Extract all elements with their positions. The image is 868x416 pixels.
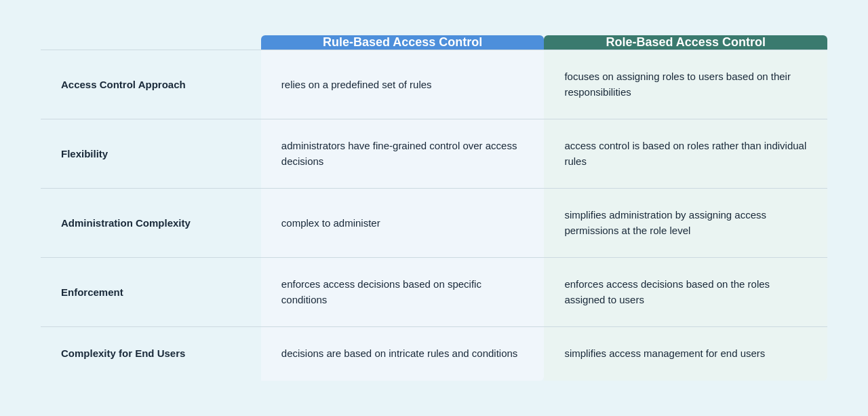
role-cell: access control is based on roles rather … <box>544 119 827 188</box>
row-label: Access Control Approach <box>41 50 261 119</box>
table-row: Complexity for End Usersdecisions are ba… <box>41 326 827 381</box>
rule-cell: relies on a predefined set of rules <box>261 50 545 119</box>
row-label: Administration Complexity <box>41 188 261 257</box>
rule-cell: complex to administer <box>261 188 545 257</box>
row-label: Complexity for End Users <box>41 326 261 381</box>
comparison-table: Rule-Based Access Control Role-Based Acc… <box>41 35 827 381</box>
table-row: Flexibilityadministrators have fine-grai… <box>41 119 827 188</box>
table-row: Enforcementenforces access decisions bas… <box>41 257 827 326</box>
role-based-header-label: Role-Based Access Control <box>606 35 765 49</box>
row-label: Flexibility <box>41 119 261 188</box>
role-cell: simplifies administration by assigning a… <box>544 188 827 257</box>
table-row: Access Control Approachrelies on a prede… <box>41 50 827 119</box>
table-body: Access Control Approachrelies on a prede… <box>41 50 827 381</box>
role-cell: simplifies access management for end use… <box>544 326 827 381</box>
rule-cell: decisions are based on intricate rules a… <box>261 326 545 381</box>
row-label: Enforcement <box>41 257 261 326</box>
rule-based-header-label: Rule-Based Access Control <box>323 35 482 49</box>
role-cell: focuses on assigning roles to users base… <box>544 50 827 119</box>
role-based-header: Role-Based Access Control <box>544 35 827 50</box>
header-empty-cell <box>41 35 261 50</box>
table-header-row: Rule-Based Access Control Role-Based Acc… <box>41 35 827 50</box>
rule-cell: enforces access decisions based on speci… <box>261 257 545 326</box>
comparison-table-container: Rule-Based Access Control Role-Based Acc… <box>41 35 827 381</box>
table-row: Administration Complexitycomplex to admi… <box>41 188 827 257</box>
role-cell: enforces access decisions based on the r… <box>544 257 827 326</box>
rule-cell: administrators have fine-grained control… <box>261 119 545 188</box>
rule-based-header: Rule-Based Access Control <box>261 35 545 50</box>
